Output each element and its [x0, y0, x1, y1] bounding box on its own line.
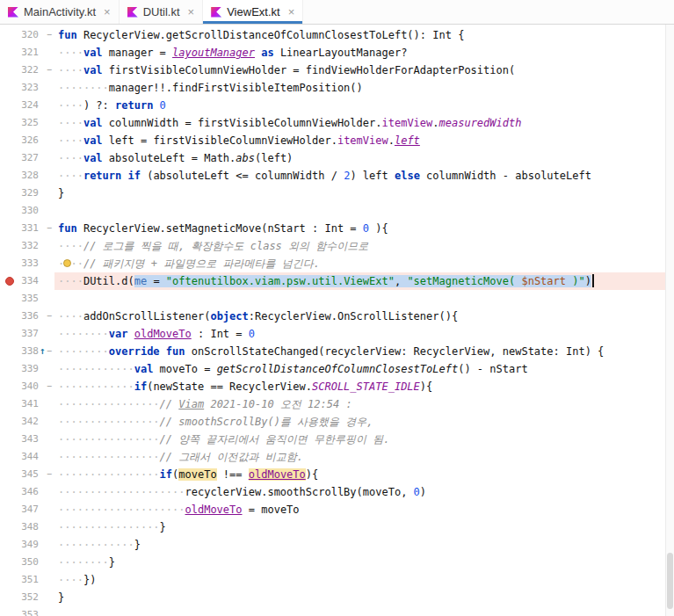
- code-line[interactable]: ············if(newState == RecyclerView.…: [54, 378, 665, 395]
- gutter[interactable]: 345−: [0, 466, 54, 483]
- fold-icon[interactable]: −: [47, 26, 52, 44]
- line-number[interactable]: 324: [21, 97, 39, 114]
- gutter[interactable]: 332: [0, 237, 54, 255]
- code-line[interactable]: ····DUtil.d(me = "oftenutilbox.viam.psw.…: [54, 272, 665, 290]
- line-number[interactable]: 343: [21, 431, 39, 448]
- code-line[interactable]: fun RecyclerView.setMagneticMove(nStart …: [54, 220, 665, 237]
- code-line[interactable]: ····}): [54, 571, 665, 589]
- code-line[interactable]: [54, 606, 665, 616]
- code-line[interactable]: ········manager!!.findFirstVisibleItemPo…: [54, 79, 665, 97]
- gutter[interactable]: 326: [0, 132, 54, 149]
- line-number[interactable]: 353: [21, 606, 39, 616]
- editor[interactable]: 320−fun RecyclerView.getScrollDistanceOf…: [0, 25, 665, 616]
- code-line[interactable]: ········}: [54, 554, 665, 571]
- tab-close-icon[interactable]: ×: [104, 6, 111, 18]
- gutter[interactable]: 353: [0, 606, 54, 616]
- code-line[interactable]: ····val left = firstVisibleColumnViewHol…: [54, 132, 665, 149]
- gutter[interactable]: 352: [0, 589, 54, 606]
- gutter[interactable]: 348: [0, 518, 54, 536]
- gutter[interactable]: 343: [0, 431, 54, 448]
- line-number[interactable]: 321: [21, 44, 39, 62]
- tab-close-icon[interactable]: ×: [188, 6, 195, 18]
- line-number[interactable]: 351: [21, 571, 39, 589]
- code-line[interactable]: ················// Viam 2021-10-10 오전 12…: [54, 395, 665, 413]
- gutter[interactable]: 349: [0, 536, 54, 554]
- line-number[interactable]: 346: [21, 483, 39, 501]
- gutter[interactable]: 337: [0, 325, 54, 343]
- code-line[interactable]: ····) ?: return 0: [54, 97, 665, 114]
- code-line[interactable]: ····// 패키지명 + 파일명으로 파라메타를 넘긴다.: [54, 255, 665, 272]
- code-line[interactable]: ····return if (absoluteLeft <= columnWid…: [54, 167, 665, 185]
- tab-viewext-kt[interactable]: ViewExt.kt×: [203, 0, 303, 24]
- line-number[interactable]: 352: [21, 589, 39, 606]
- code-line[interactable]: ····val manager = layoutManager as Linea…: [54, 44, 665, 62]
- gutter[interactable]: 322−: [0, 62, 54, 79]
- code-line[interactable]: ····················oldMoveTo = moveTo: [54, 501, 665, 518]
- line-number[interactable]: 322: [21, 62, 39, 79]
- code-line[interactable]: ····val firstVisibleColumnViewHolder = f…: [54, 62, 665, 79]
- gutter[interactable]: 347: [0, 501, 54, 518]
- code-line[interactable]: ················if(moveTo !== oldMoveTo)…: [54, 466, 665, 483]
- gutter[interactable]: 327: [0, 149, 54, 167]
- code-line[interactable]: ········var oldMoveTo : Int = 0: [54, 325, 665, 343]
- line-number[interactable]: 326: [21, 132, 39, 149]
- code-line[interactable]: ····// 로그를 찍을 때, 확장함수도 class 외의 함수이므로: [54, 237, 665, 255]
- code-line[interactable]: ················// 그래서 이전값과 비교함.: [54, 448, 665, 466]
- gutter[interactable]: 328: [0, 167, 54, 185]
- line-number[interactable]: 341: [21, 395, 39, 413]
- line-number[interactable]: 332: [21, 237, 39, 255]
- line-number[interactable]: 342: [21, 413, 39, 431]
- line-number[interactable]: 339: [21, 360, 39, 378]
- line-number[interactable]: 350: [21, 554, 39, 571]
- gutter[interactable]: 341: [0, 395, 54, 413]
- code-line[interactable]: }: [54, 589, 665, 606]
- code-line[interactable]: ············val moveTo = getScrollDistan…: [54, 360, 665, 378]
- tab-dutil-kt[interactable]: DUtil.kt×: [120, 0, 203, 24]
- fold-icon[interactable]: −: [47, 308, 52, 325]
- fold-icon[interactable]: −: [47, 220, 52, 237]
- scrollbar[interactable]: [665, 25, 674, 616]
- line-number[interactable]: 337: [21, 325, 39, 343]
- gutter[interactable]: 325: [0, 114, 54, 132]
- line-number[interactable]: 330: [21, 202, 39, 220]
- code-line[interactable]: ····val columnWidth = firstVisibleColumn…: [54, 114, 665, 132]
- gutter[interactable]: 338−↑: [0, 343, 54, 360]
- line-number[interactable]: 344: [21, 448, 39, 466]
- code-line[interactable]: ····················recyclerView.smoothS…: [54, 483, 665, 501]
- line-number[interactable]: 325: [21, 114, 39, 132]
- gutter[interactable]: 340−: [0, 378, 54, 395]
- line-number[interactable]: 335: [21, 290, 39, 308]
- line-number[interactable]: 345: [21, 466, 39, 483]
- gutter[interactable]: 321: [0, 44, 54, 62]
- code-line[interactable]: ················// 양쪽 끝자리에서 움직이면 무한루핑이 됨…: [54, 431, 665, 448]
- fold-icon[interactable]: −: [47, 466, 52, 483]
- code-line[interactable]: fun RecyclerView.getScrollDistanceOfColu…: [54, 26, 665, 44]
- gutter[interactable]: 331−: [0, 220, 54, 237]
- line-number[interactable]: 323: [21, 79, 39, 97]
- line-number[interactable]: 329: [21, 185, 39, 202]
- line-number[interactable]: 336: [21, 308, 39, 325]
- fold-icon[interactable]: −: [47, 62, 52, 79]
- override-marker-icon[interactable]: ↑: [40, 343, 46, 360]
- tab-mainactivity-kt[interactable]: MainActivity.kt×: [0, 0, 120, 24]
- intention-bulb-icon[interactable]: [63, 259, 71, 267]
- gutter[interactable]: 344: [0, 448, 54, 466]
- line-number[interactable]: 347: [21, 501, 39, 518]
- gutter[interactable]: 350: [0, 554, 54, 571]
- gutter[interactable]: 323: [0, 79, 54, 97]
- gutter[interactable]: 346: [0, 483, 54, 501]
- fold-icon[interactable]: −: [47, 378, 52, 395]
- code-line[interactable]: ····addOnScrollListener(object:RecyclerV…: [54, 308, 665, 325]
- line-number[interactable]: 348: [21, 518, 39, 536]
- gutter[interactable]: 320−: [0, 26, 54, 44]
- gutter[interactable]: 339: [0, 360, 54, 378]
- code-line[interactable]: }: [54, 185, 665, 202]
- code-line[interactable]: ········override fun onScrollStateChange…: [54, 343, 665, 360]
- line-number[interactable]: 338: [21, 343, 39, 360]
- scrollbar-thumb[interactable]: [667, 553, 673, 609]
- code-line[interactable]: ················}: [54, 518, 665, 536]
- gutter[interactable]: 324: [0, 97, 54, 114]
- code-line[interactable]: ············}: [54, 536, 665, 554]
- line-number[interactable]: 333: [21, 255, 39, 272]
- line-number[interactable]: 340: [21, 378, 39, 395]
